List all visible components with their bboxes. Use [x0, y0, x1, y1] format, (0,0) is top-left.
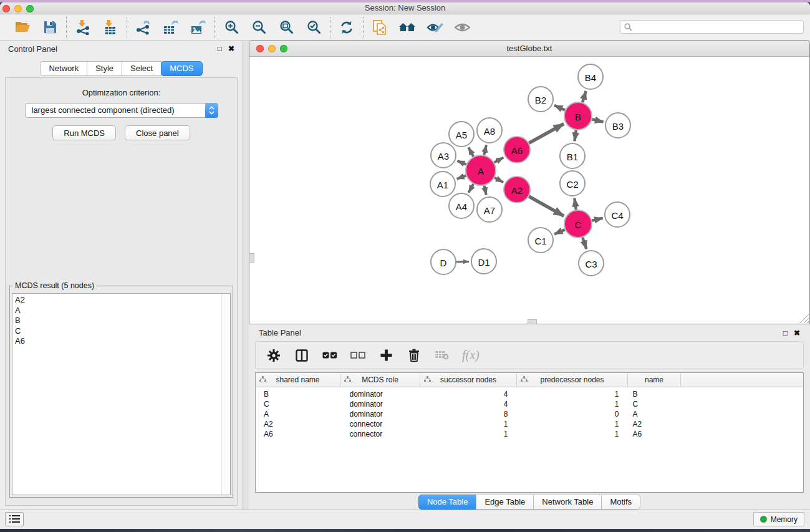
- graph-node-A7[interactable]: A7: [477, 197, 502, 222]
- close-table-panel-icon[interactable]: ✖: [794, 329, 800, 337]
- close-window-button[interactable]: [2, 5, 10, 12]
- mcds-result-item[interactable]: B: [12, 316, 230, 326]
- cell[interactable]: A2: [628, 419, 681, 429]
- cell[interactable]: connector: [340, 419, 420, 429]
- cell[interactable]: A: [628, 409, 681, 419]
- graph-edge-B-B2[interactable]: [554, 105, 565, 110]
- graph-node-A6[interactable]: A6: [504, 137, 530, 163]
- graph-edge-A-A3[interactable]: [457, 161, 466, 165]
- cell[interactable]: connector: [340, 429, 420, 439]
- cell[interactable]: C: [256, 399, 340, 409]
- graph-node-B[interactable]: B: [564, 102, 592, 130]
- float-table-panel-icon[interactable]: □: [783, 329, 788, 337]
- cell[interactable]: 1: [420, 429, 517, 439]
- network-zoom-button[interactable]: [280, 45, 287, 52]
- column-header-mcds-role[interactable]: MCDS role: [340, 373, 420, 387]
- create-column-button[interactable]: [378, 347, 394, 364]
- mcds-result-item[interactable]: A6: [12, 336, 230, 347]
- cell[interactable]: 1: [517, 429, 628, 439]
- table-row[interactable]: Bdominator41B: [256, 387, 803, 400]
- graph-edge-C-C3[interactable]: [582, 238, 586, 249]
- graph-node-A2[interactable]: A2: [504, 177, 530, 203]
- network-graph[interactable]: B4B2BB3A8A5A6A3B1AC2A1A2A4A7C4CC1DD1C3: [249, 57, 809, 324]
- cell[interactable]: 1: [420, 419, 517, 429]
- tab-edge-table[interactable]: Edge Table: [476, 495, 534, 510]
- mcds-result-item[interactable]: A2: [12, 295, 230, 306]
- graph-edge-C-C2[interactable]: [574, 198, 576, 210]
- graph-node-A[interactable]: A: [466, 155, 496, 185]
- run-mcds-button[interactable]: Run MCDS: [52, 125, 116, 140]
- network-canvas[interactable]: B4B2BB3A8A5A6A3B1AC2A1A2A4A7C4CC1DD1C3: [249, 57, 809, 324]
- show-columns-button[interactable]: [294, 347, 310, 364]
- search-box[interactable]: [620, 20, 804, 34]
- cell[interactable]: A6: [256, 429, 340, 439]
- column-header-shared-name[interactable]: shared name: [256, 373, 340, 387]
- network-close-button[interactable]: [256, 45, 264, 52]
- import-network-button[interactable]: [74, 18, 92, 37]
- cell[interactable]: 8: [420, 409, 517, 419]
- cell[interactable]: 1: [517, 387, 628, 400]
- memory-button[interactable]: Memory: [753, 512, 804, 526]
- graph-edge-A-A1[interactable]: [457, 176, 466, 179]
- tab-mcds[interactable]: MCDS: [161, 61, 202, 76]
- table-row[interactable]: Adominator80A: [256, 409, 803, 419]
- export-table-button[interactable]: [162, 18, 180, 37]
- tab-style[interactable]: Style: [87, 61, 122, 76]
- select-all-button[interactable]: [322, 347, 338, 364]
- tab-node-table[interactable]: Node Table: [418, 495, 477, 510]
- tab-network[interactable]: Network: [40, 61, 87, 76]
- graph-edge-B-B1[interactable]: [574, 130, 576, 141]
- function-builder-button[interactable]: f(x): [462, 348, 480, 362]
- graph-node-C4[interactable]: C4: [605, 202, 630, 227]
- minimize-window-button[interactable]: [14, 5, 22, 12]
- cell[interactable]: A2: [256, 419, 340, 429]
- cell[interactable]: dominator: [340, 387, 420, 400]
- graph-node-C[interactable]: C: [564, 210, 592, 238]
- graph-edge-A-A4[interactable]: [469, 184, 474, 193]
- tab-network-table[interactable]: Network Table: [533, 495, 602, 510]
- left-scrollbar-handle[interactable]: [249, 253, 254, 263]
- zoom-out-button[interactable]: [249, 18, 268, 37]
- graph-node-B1[interactable]: B1: [560, 143, 585, 168]
- graph-edge-C-C4[interactable]: [592, 218, 602, 221]
- task-history-button[interactable]: [5, 512, 24, 526]
- column-header-successor-nodes[interactable]: successor nodes: [420, 373, 517, 387]
- table-row[interactable]: A6connector11A6: [256, 429, 803, 439]
- graph-node-B4[interactable]: B4: [578, 64, 603, 89]
- graph-edge-A-A7[interactable]: [484, 185, 486, 195]
- close-panel-icon[interactable]: ✖: [228, 45, 234, 52]
- zoom-selected-button[interactable]: [304, 18, 323, 37]
- graph-edge-A2-C[interactable]: [529, 196, 564, 216]
- graph-edge-A6-B[interactable]: [529, 124, 564, 143]
- clone-network-button[interactable]: [370, 18, 389, 37]
- graph-node-B3[interactable]: B3: [605, 113, 630, 138]
- zoom-in-button[interactable]: [222, 18, 241, 37]
- open-session-button[interactable]: [13, 18, 32, 37]
- app-titlebar[interactable]: Session: New Session: [0, 2, 810, 14]
- column-header-predecessor-nodes[interactable]: predecessor nodes: [517, 373, 628, 387]
- graph-node-A3[interactable]: A3: [431, 143, 456, 168]
- graph-edge-A-A6[interactable]: [494, 157, 504, 162]
- delete-column-button[interactable]: [406, 347, 422, 364]
- column-header-name[interactable]: name: [628, 373, 681, 387]
- tab-motifs[interactable]: Motifs: [601, 495, 640, 510]
- graph-node-D1[interactable]: D1: [471, 249, 496, 274]
- graph-edge-A-A2[interactable]: [494, 178, 503, 182]
- graph-node-C3[interactable]: C3: [579, 251, 604, 276]
- criterion-select[interactable]: largest connected component (directed): [25, 103, 218, 118]
- graph-node-A4[interactable]: A4: [449, 193, 474, 218]
- float-panel-icon[interactable]: □: [218, 45, 222, 52]
- import-table-button[interactable]: [101, 18, 120, 37]
- cell[interactable]: A: [256, 409, 340, 419]
- cell[interactable]: 0: [517, 409, 628, 419]
- cell[interactable]: B: [628, 387, 681, 400]
- graph-node-C1[interactable]: C1: [528, 228, 553, 253]
- mcds-result-list[interactable]: A2ABCA6: [12, 293, 231, 495]
- cell[interactable]: 1: [517, 419, 628, 429]
- cell[interactable]: C: [628, 399, 681, 409]
- table-settings-button[interactable]: [266, 347, 282, 364]
- cell[interactable]: dominator: [340, 399, 420, 409]
- zoom-fit-button[interactable]: [277, 18, 296, 37]
- mcds-result-scrollbar[interactable]: [221, 294, 230, 495]
- cell[interactable]: 4: [420, 387, 517, 400]
